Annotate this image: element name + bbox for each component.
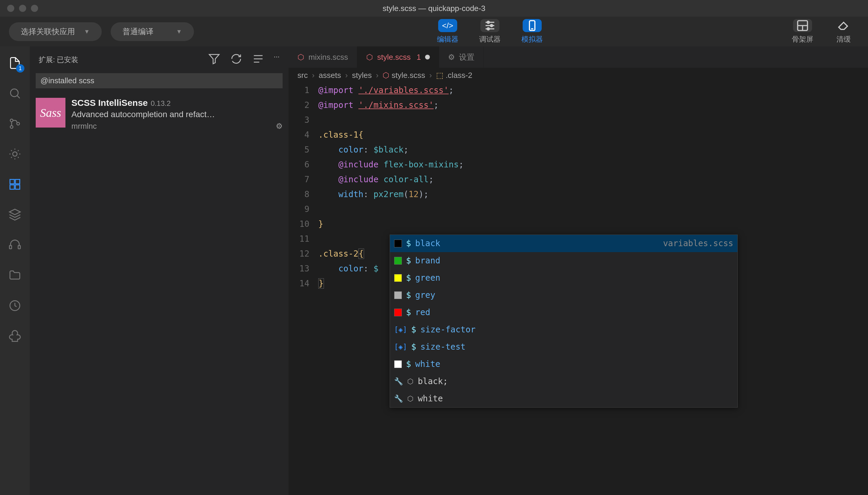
breadcrumb-item[interactable]: assets [319,71,341,80]
color-swatch [394,360,402,368]
svg-rect-18 [15,180,20,184]
tab-label: 设置 [459,52,474,63]
suggestion-item[interactable]: 🔧 ⬡white [390,390,737,407]
extension-search-input[interactable]: @installed scss [36,73,283,88]
breadcrumb-item[interactable]: ⬡ style.scss [383,71,425,80]
refresh-icon[interactable] [230,52,243,67]
explorer-icon[interactable]: 1 [7,55,22,71]
titlebar: style.scss — quickapp-code-3 [0,0,868,17]
code-line[interactable]: @include flex-box-mixins; [318,157,868,172]
layout-icon [793,19,812,32]
color-swatch [394,257,402,264]
tab-label: style.scss [377,53,411,62]
suggestion-item[interactable]: $grey [390,287,737,304]
suggestion-item[interactable]: 🔧 ⬡black; [390,373,737,390]
svg-marker-25 [209,54,219,64]
tree-icon[interactable] [7,328,22,344]
variable-icon: [◈] [394,340,407,354]
code-line[interactable]: .class-1{ [318,127,868,142]
code-line[interactable]: color: $black; [318,142,868,157]
svg-point-4 [490,24,493,27]
color-swatch [394,291,402,299]
skeleton-button[interactable]: 骨架屏 [786,19,819,44]
suggestion-item[interactable]: $brand [390,252,737,269]
extension-name: SCSS IntelliSense [71,98,148,108]
compile-mode-dropdown[interactable]: 普通编译 ▼ [111,22,194,41]
breadcrumb-item[interactable]: styles [352,71,371,80]
maximize-dot[interactable] [31,5,38,12]
suggestion-item[interactable]: [◈]$size-test [390,338,737,356]
editor-tab[interactable]: ⚙设置 [439,46,484,68]
code-line[interactable] [318,202,868,217]
svg-point-16 [13,152,17,156]
window-controls [0,5,38,12]
folder-icon[interactable] [7,268,22,283]
source-control-icon[interactable] [7,116,22,132]
history-icon[interactable] [7,298,22,313]
extensions-sidebar: 扩展: 已安装 ··· @installed scss Sass SCSS In… [30,46,288,495]
extension-desc: Advanced autocompletion and refact… [71,110,283,119]
svg-point-13 [10,119,13,122]
editor-pane: ⬡mixins.scss⬡style.scss1⚙设置 src›assets›s… [288,46,868,495]
breadcrumbs[interactable]: src›assets›styles›⬡ style.scss›⬚ .class-… [288,68,868,83]
code-line[interactable]: @include color-all; [318,172,868,187]
search-icon[interactable] [7,86,22,101]
app-select-dropdown[interactable]: 选择关联快应用 ▼ [9,22,102,41]
wrench-icon: 🔧 ⬡ [394,391,414,406]
autocomplete-popup[interactable]: $blackvariables.scss$brand$green$grey$re… [390,235,738,408]
line-numbers: 1234567891011121314 [288,83,318,291]
dropdown-label: 普通编译 [122,27,153,37]
code-lines[interactable]: @import './variables.scss';@import './mi… [318,83,868,291]
color-swatch [394,309,402,316]
editor-button[interactable]: </> 编辑器 [431,19,464,44]
window-title: style.scss — quickapp-code-3 [383,4,485,13]
badge: 1 [16,64,24,72]
suggestion-item[interactable]: $green [390,269,737,287]
extension-version: 0.13.2 [151,99,171,107]
extension-logo: Sass [36,98,65,127]
dropdown-label: 选择关联快应用 [21,27,75,37]
code-line[interactable] [318,113,868,127]
svg-line-12 [17,96,20,98]
tab-indicator: 1 [417,53,421,62]
list-icon[interactable] [252,52,265,67]
suggestion-item[interactable]: $white [390,356,737,373]
suggestion-source: variables.scss [663,236,733,251]
code-line[interactable]: width: px2rem(12); [318,187,868,202]
breadcrumb-item[interactable]: ⬚ .class-2 [436,71,472,80]
suggestion-item[interactable]: [◈]$size-factor [390,321,737,338]
debug-icon[interactable] [7,146,22,162]
suggestion-item[interactable]: $red [390,304,737,321]
tab-label: mixins.scss [308,53,348,62]
code-line[interactable]: @import './mixins.scss'; [318,98,868,113]
breadcrumb-item[interactable]: src [298,71,308,80]
code-line[interactable]: } [318,217,868,232]
code-icon: </> [438,19,457,32]
editor-tab[interactable]: ⬡style.scss1 [357,46,439,68]
headset-icon[interactable] [7,237,22,253]
variable-icon: [◈] [394,322,407,337]
gear-icon[interactable]: ⚙ [276,122,283,131]
sliders-icon [480,19,499,32]
code-line[interactable]: @import './variables.scss'; [318,83,868,98]
extensions-icon[interactable] [7,176,22,192]
svg-rect-20 [15,185,20,189]
sass-icon: ⬡ [298,53,304,62]
code-editor[interactable]: 1234567891011121314 @import './variables… [288,83,868,291]
filter-icon[interactable] [207,52,221,67]
simulator-button[interactable]: 模拟器 [516,19,549,44]
minimize-dot[interactable] [19,5,26,12]
more-icon[interactable]: ··· [274,52,280,67]
svg-rect-22 [10,245,12,249]
clear-cache-button[interactable]: 清缓 [828,19,859,44]
settings-icon: ⚙ [448,53,455,62]
close-dot[interactable] [7,5,14,12]
toolbar: 选择关联快应用 ▼ 普通编译 ▼ </> 编辑器 调试器 模拟器 骨架屏 清缓 [0,17,868,46]
svg-point-5 [487,28,489,30]
sass-icon: ⬡ [366,53,373,62]
suggestion-item[interactable]: $blackvariables.scss [390,235,737,252]
layers-icon[interactable] [7,207,22,222]
editor-tab[interactable]: ⬡mixins.scss [288,46,357,68]
extension-item[interactable]: Sass SCSS IntelliSense0.13.2 Advanced au… [30,93,288,136]
debugger-button[interactable]: 调试器 [473,19,506,44]
